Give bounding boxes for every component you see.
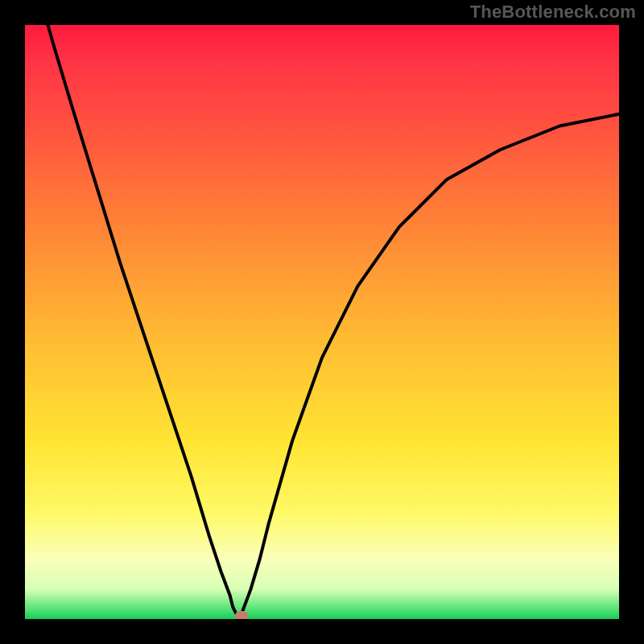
optimum-marker [235, 611, 248, 619]
plot-area [25, 25, 619, 619]
chart-frame: TheBottleneck.com [0, 0, 644, 644]
watermark-text: TheBottleneck.com [470, 2, 636, 23]
bottleneck-curve [25, 25, 619, 619]
